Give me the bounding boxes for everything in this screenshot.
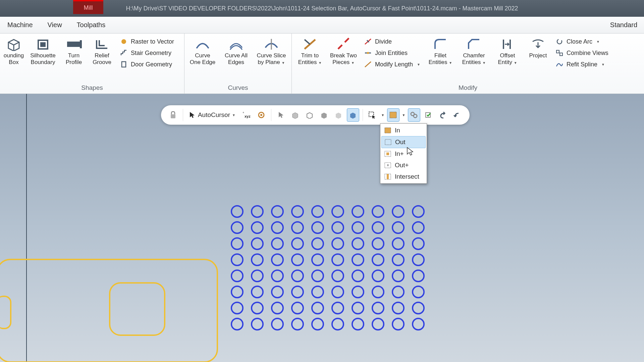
yellow-rect-left[interactable]: [0, 296, 11, 329]
close-arc-button[interactable]: Close Arc ▼: [554, 37, 610, 46]
project-button[interactable]: Project: [526, 36, 550, 59]
circle[interactable]: [271, 302, 284, 314]
circle[interactable]: [251, 237, 264, 250]
circle[interactable]: [271, 205, 284, 218]
circle[interactable]: [251, 269, 264, 282]
refit-spline-button[interactable]: Refit Spline ▼: [554, 60, 610, 69]
modify-length-button[interactable]: Modify Length ▼: [362, 60, 422, 69]
circle[interactable]: [311, 237, 324, 250]
circle[interactable]: [251, 221, 264, 234]
circle[interactable]: [271, 269, 284, 282]
circle[interactable]: [372, 237, 384, 250]
circle[interactable]: [352, 237, 364, 250]
circle[interactable]: [331, 205, 344, 218]
fillet-entities-button[interactable]: Fillet Entities ▼: [426, 36, 455, 65]
circle[interactable]: [412, 269, 425, 282]
circle[interactable]: [291, 302, 304, 314]
circle[interactable]: [251, 286, 264, 298]
circle[interactable]: [372, 318, 384, 330]
circle[interactable]: [372, 286, 384, 298]
circle[interactable]: [372, 302, 384, 314]
stair-geometry-button[interactable]: Stair Geometry: [118, 48, 175, 58]
circle[interactable]: [372, 221, 384, 234]
circle[interactable]: [291, 318, 304, 330]
join-entities-button[interactable]: Join Entities: [362, 48, 422, 58]
divide-button[interactable]: Divide: [362, 37, 422, 46]
door-geometry-button[interactable]: Door Geometry: [118, 60, 175, 69]
viewport[interactable]: AutoCursor ▼ +xyz ▼: [0, 94, 644, 362]
circle[interactable]: [372, 269, 384, 282]
relief-groove-button[interactable]: Relief Groove: [90, 36, 114, 65]
circle[interactable]: [231, 253, 244, 266]
curve-one-edge-button[interactable]: Curve One Edge: [188, 36, 217, 65]
circle[interactable]: [331, 237, 344, 250]
silhouette-boundary-button[interactable]: Silhouette Boundary: [28, 36, 58, 65]
circle[interactable]: [311, 318, 324, 330]
circle[interactable]: [311, 302, 324, 314]
circle[interactable]: [271, 286, 284, 298]
circle[interactable]: [271, 221, 284, 234]
circle[interactable]: [231, 205, 244, 218]
circle[interactable]: [231, 318, 244, 330]
raster-to-vector-button[interactable]: Raster to Vector: [118, 37, 175, 46]
break-two-pieces-button[interactable]: Break Two Pieces ▼: [329, 36, 358, 65]
circle[interactable]: [331, 286, 344, 298]
context-tab-mill[interactable]: Mill: [73, 0, 103, 14]
circle[interactable]: [291, 269, 304, 282]
yellow-rect-inner[interactable]: [109, 282, 165, 336]
circle[interactable]: [311, 269, 324, 282]
combine-views-button[interactable]: Combine Views: [554, 48, 610, 58]
circle[interactable]: [311, 205, 324, 218]
circle[interactable]: [291, 286, 304, 298]
circle[interactable]: [271, 253, 284, 266]
circle[interactable]: [251, 205, 264, 218]
circle[interactable]: [271, 237, 284, 250]
circle[interactable]: [352, 205, 364, 218]
circle[interactable]: [251, 318, 264, 330]
circle[interactable]: [251, 253, 264, 266]
circle[interactable]: [392, 302, 405, 314]
circle[interactable]: [331, 318, 344, 330]
circle[interactable]: [331, 253, 344, 266]
circle[interactable]: [352, 221, 364, 234]
circle[interactable]: [231, 237, 244, 250]
menu-toolpaths[interactable]: Toolpaths: [69, 17, 113, 33]
circle[interactable]: [392, 253, 405, 266]
circle[interactable]: [412, 253, 425, 266]
circle[interactable]: [231, 269, 244, 282]
bounding-box-button[interactable]: ounding Box: [3, 36, 24, 65]
circle[interactable]: [352, 269, 364, 282]
circle[interactable]: [251, 302, 264, 314]
circle[interactable]: [392, 205, 405, 218]
curve-slice-button[interactable]: Curve Slice by Plane ▼: [255, 36, 288, 65]
circle[interactable]: [412, 302, 425, 314]
circle[interactable]: [291, 237, 304, 250]
circle[interactable]: [231, 302, 244, 314]
circle[interactable]: [392, 221, 405, 234]
chamfer-entities-button[interactable]: Chamfer Entities ▼: [459, 36, 489, 65]
circle[interactable]: [271, 318, 284, 330]
circle[interactable]: [372, 253, 384, 266]
menu-view[interactable]: View: [40, 17, 69, 33]
circle[interactable]: [412, 286, 425, 298]
circle[interactable]: [352, 318, 364, 330]
circle[interactable]: [412, 237, 425, 250]
circle[interactable]: [331, 269, 344, 282]
circle[interactable]: [392, 318, 405, 330]
circle[interactable]: [291, 221, 304, 234]
workspace-label[interactable]: Standard: [610, 21, 637, 29]
circle[interactable]: [311, 253, 324, 266]
circle[interactable]: [372, 205, 384, 218]
turn-profile-button[interactable]: Turn Profile: [62, 36, 86, 65]
circle[interactable]: [392, 269, 405, 282]
circle[interactable]: [392, 237, 405, 250]
circle[interactable]: [412, 221, 425, 234]
curve-all-edges-button[interactable]: Curve All Edges: [221, 36, 251, 65]
circle[interactable]: [291, 205, 304, 218]
circle[interactable]: [291, 253, 304, 266]
circle[interactable]: [331, 221, 344, 234]
circle[interactable]: [412, 318, 425, 330]
offset-entity-button[interactable]: Offset Entity ▼: [493, 36, 522, 65]
circle[interactable]: [412, 205, 425, 218]
circle[interactable]: [231, 221, 244, 234]
